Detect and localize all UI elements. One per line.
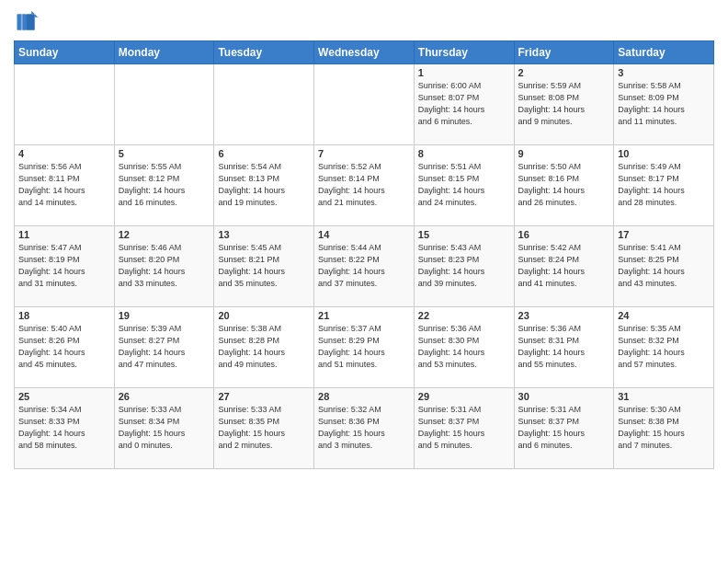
day-cell: 8Sunrise: 5:51 AMSunset: 8:15 PMDaylight… [414,145,514,226]
day-info: Sunrise: 5:43 AMSunset: 8:23 PMDaylight:… [418,242,510,290]
day-info: Sunrise: 5:55 AMSunset: 8:12 PMDaylight:… [119,161,210,209]
day-cell [314,64,415,145]
day-cell: 24Sunrise: 5:35 AMSunset: 8:32 PMDayligh… [614,307,714,388]
day-number: 29 [418,391,510,402]
calendar: SundayMondayTuesdayWednesdayThursdayFrid… [14,40,714,469]
day-cell: 21Sunrise: 5:37 AMSunset: 8:29 PMDayligh… [314,307,415,388]
day-cell: 7Sunrise: 5:52 AMSunset: 8:14 PMDaylight… [314,145,415,226]
day-number: 16 [518,229,610,240]
day-info: Sunrise: 5:35 AMSunset: 8:32 PMDaylight:… [618,323,710,371]
day-cell: 16Sunrise: 5:42 AMSunset: 8:24 PMDayligh… [514,226,614,307]
day-cell: 25Sunrise: 5:34 AMSunset: 8:33 PMDayligh… [15,388,115,469]
week-row-3: 11Sunrise: 5:47 AMSunset: 8:19 PMDayligh… [15,226,714,307]
day-info: Sunrise: 5:58 AMSunset: 8:09 PMDaylight:… [618,80,710,128]
day-info: Sunrise: 5:49 AMSunset: 8:17 PMDaylight:… [618,161,710,209]
day-number: 25 [18,391,110,402]
day-info: Sunrise: 5:40 AMSunset: 8:26 PMDaylight:… [18,323,110,371]
day-info: Sunrise: 5:45 AMSunset: 8:21 PMDaylight:… [218,242,310,290]
day-cell: 19Sunrise: 5:39 AMSunset: 8:27 PMDayligh… [114,307,214,388]
day-number: 26 [119,391,210,402]
day-cell: 6Sunrise: 5:54 AMSunset: 8:13 PMDaylight… [214,145,314,226]
col-header-sunday: Sunday [15,41,115,64]
day-number: 22 [418,310,510,321]
col-header-wednesday: Wednesday [314,41,415,64]
day-info: Sunrise: 5:41 AMSunset: 8:25 PMDaylight:… [618,242,710,290]
day-number: 4 [18,148,110,159]
day-info: Sunrise: 5:50 AMSunset: 8:16 PMDaylight:… [518,161,610,209]
week-row-1: 1Sunrise: 6:00 AMSunset: 8:07 PMDaylight… [15,64,714,145]
day-cell: 28Sunrise: 5:32 AMSunset: 8:36 PMDayligh… [314,388,415,469]
logo [14,9,43,35]
logo-icon [14,9,40,35]
day-number: 9 [518,148,610,159]
day-number: 5 [119,148,210,159]
day-number: 12 [119,229,210,240]
day-cell: 31Sunrise: 5:30 AMSunset: 8:38 PMDayligh… [614,388,714,469]
day-info: Sunrise: 5:37 AMSunset: 8:29 PMDaylight:… [318,323,410,371]
day-cell: 3Sunrise: 5:58 AMSunset: 8:09 PMDaylight… [614,64,714,145]
day-info: Sunrise: 5:42 AMSunset: 8:24 PMDaylight:… [518,242,610,290]
day-cell [114,64,214,145]
day-number: 18 [18,310,110,321]
page: SundayMondayTuesdayWednesdayThursdayFrid… [0,0,728,563]
day-cell: 29Sunrise: 5:31 AMSunset: 8:37 PMDayligh… [414,388,514,469]
day-info: Sunrise: 5:31 AMSunset: 8:37 PMDaylight:… [518,404,610,452]
day-number: 17 [618,229,710,240]
week-row-2: 4Sunrise: 5:56 AMSunset: 8:11 PMDaylight… [15,145,714,226]
day-number: 23 [518,310,610,321]
day-number: 31 [618,391,710,402]
day-info: Sunrise: 5:31 AMSunset: 8:37 PMDaylight:… [418,404,510,452]
day-number: 6 [218,148,310,159]
day-cell: 9Sunrise: 5:50 AMSunset: 8:16 PMDaylight… [514,145,614,226]
day-info: Sunrise: 5:54 AMSunset: 8:13 PMDaylight:… [218,161,310,209]
header-row: SundayMondayTuesdayWednesdayThursdayFrid… [15,41,714,64]
day-info: Sunrise: 5:39 AMSunset: 8:27 PMDaylight:… [119,323,210,371]
day-cell: 18Sunrise: 5:40 AMSunset: 8:26 PMDayligh… [15,307,115,388]
day-info: Sunrise: 5:44 AMSunset: 8:22 PMDaylight:… [318,242,410,290]
day-number: 1 [418,67,510,78]
day-cell [214,64,314,145]
col-header-saturday: Saturday [614,41,714,64]
day-cell: 27Sunrise: 5:33 AMSunset: 8:35 PMDayligh… [214,388,314,469]
day-number: 2 [518,67,610,78]
day-cell: 12Sunrise: 5:46 AMSunset: 8:20 PMDayligh… [114,226,214,307]
day-cell: 20Sunrise: 5:38 AMSunset: 8:28 PMDayligh… [214,307,314,388]
week-row-4: 18Sunrise: 5:40 AMSunset: 8:26 PMDayligh… [15,307,714,388]
col-header-thursday: Thursday [414,41,514,64]
day-info: Sunrise: 5:36 AMSunset: 8:30 PMDaylight:… [418,323,510,371]
col-header-tuesday: Tuesday [214,41,314,64]
col-header-monday: Monday [114,41,214,64]
day-cell: 13Sunrise: 5:45 AMSunset: 8:21 PMDayligh… [214,226,314,307]
day-number: 21 [318,310,410,321]
day-cell: 11Sunrise: 5:47 AMSunset: 8:19 PMDayligh… [15,226,115,307]
day-cell: 30Sunrise: 5:31 AMSunset: 8:37 PMDayligh… [514,388,614,469]
day-info: Sunrise: 5:47 AMSunset: 8:19 PMDaylight:… [18,242,110,290]
day-number: 7 [318,148,410,159]
day-number: 24 [618,310,710,321]
day-number: 28 [318,391,410,402]
day-number: 27 [218,391,310,402]
day-number: 3 [618,67,710,78]
day-number: 20 [218,310,310,321]
week-row-5: 25Sunrise: 5:34 AMSunset: 8:33 PMDayligh… [15,388,714,469]
day-cell: 1Sunrise: 6:00 AMSunset: 8:07 PMDaylight… [414,64,514,145]
svg-rect-3 [21,13,23,32]
calendar-body: 1Sunrise: 6:00 AMSunset: 8:07 PMDaylight… [15,64,714,469]
day-info: Sunrise: 5:32 AMSunset: 8:36 PMDaylight:… [318,404,410,452]
day-info: Sunrise: 5:33 AMSunset: 8:35 PMDaylight:… [218,404,310,452]
day-number: 8 [418,148,510,159]
day-cell: 2Sunrise: 5:59 AMSunset: 8:08 PMDaylight… [514,64,614,145]
day-cell: 23Sunrise: 5:36 AMSunset: 8:31 PMDayligh… [514,307,614,388]
day-info: Sunrise: 5:36 AMSunset: 8:31 PMDaylight:… [518,323,610,371]
day-info: Sunrise: 5:30 AMSunset: 8:38 PMDaylight:… [618,404,710,452]
day-number: 15 [418,229,510,240]
day-cell: 14Sunrise: 5:44 AMSunset: 8:22 PMDayligh… [314,226,415,307]
day-cell: 10Sunrise: 5:49 AMSunset: 8:17 PMDayligh… [614,145,714,226]
day-number: 19 [119,310,210,321]
svg-rect-2 [26,14,35,30]
day-number: 11 [18,229,110,240]
day-info: Sunrise: 5:56 AMSunset: 8:11 PMDaylight:… [18,161,110,209]
day-info: Sunrise: 5:38 AMSunset: 8:28 PMDaylight:… [218,323,310,371]
day-cell [15,64,115,145]
day-number: 14 [318,229,410,240]
